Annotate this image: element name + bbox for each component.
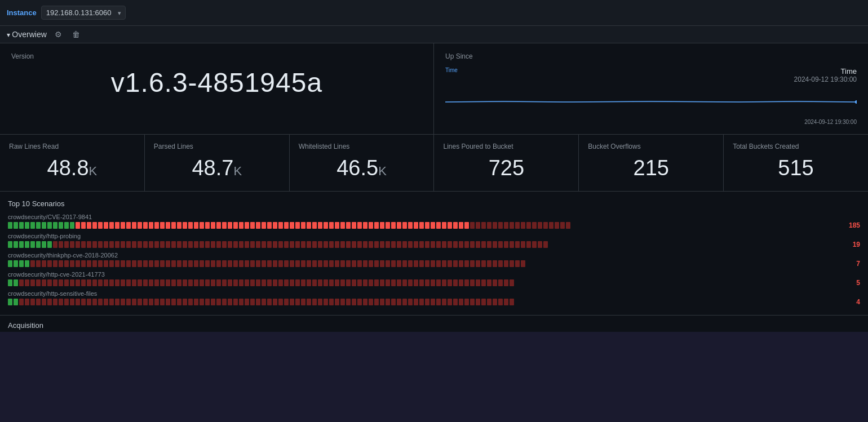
scenario-bar-row: 185	[8, 221, 860, 229]
bar-red-segment	[318, 279, 322, 286]
bar-red-segment	[98, 241, 103, 248]
bar-red-segment	[211, 241, 215, 248]
bar-red-segment	[87, 222, 91, 229]
bar-red-segment	[408, 241, 413, 248]
bar-red-segment	[92, 299, 97, 305]
bar-red-segment	[464, 279, 469, 286]
bar-red-segment	[380, 260, 384, 267]
bar-red-segment	[363, 279, 367, 286]
bar-red-segment	[448, 299, 452, 305]
scenario-bar-container	[8, 241, 841, 248]
bar-red-segment	[295, 241, 300, 248]
bar-red-segment	[92, 222, 97, 229]
bar-red-segment	[25, 299, 29, 305]
stat-value-5: 515	[733, 156, 859, 180]
bar-red-segment	[171, 241, 176, 248]
scenario-name: crowdsecurity/CVE-2017-9841	[8, 214, 860, 220]
bar-red-segment	[233, 241, 238, 248]
bar-red-segment	[115, 222, 119, 229]
bar-red-segment	[459, 299, 463, 305]
bar-red-segment	[59, 241, 63, 248]
bar-red-segment	[538, 241, 542, 248]
bar-red-segment	[538, 222, 542, 229]
bar-red-segment	[301, 299, 305, 305]
bar-green-segment	[14, 279, 18, 286]
time-column-header: Time	[794, 67, 857, 75]
bar-red-segment	[301, 279, 305, 286]
bar-red-segment	[346, 241, 351, 248]
bar-red-segment	[138, 279, 142, 286]
bar-red-segment	[493, 241, 497, 248]
bar-red-segment	[493, 279, 497, 286]
bar-red-segment	[290, 299, 294, 305]
bar-red-segment	[222, 222, 227, 229]
bar-red-segment	[76, 260, 80, 267]
bar-red-segment	[470, 299, 475, 305]
bar-red-segment	[104, 222, 108, 229]
bar-red-segment	[19, 299, 24, 305]
bar-red-segment	[543, 222, 548, 229]
bar-red-segment	[183, 299, 187, 305]
bar-red-segment	[205, 279, 210, 286]
bar-red-segment	[290, 222, 294, 229]
bar-red-segment	[245, 222, 249, 229]
bar-red-segment	[493, 299, 497, 305]
bar-red-segment	[498, 299, 503, 305]
bar-red-segment	[436, 260, 441, 267]
bar-green-segment	[19, 222, 24, 229]
instance-select-wrapper[interactable]: 192.168.0.131:6060	[41, 6, 126, 20]
bar-red-segment	[177, 222, 181, 229]
bar-red-segment	[267, 241, 272, 248]
bar-green-segment	[36, 241, 41, 248]
stat-label-4: Bucket Overflows	[588, 143, 714, 150]
bar-red-segment	[87, 299, 91, 305]
bar-red-segment	[245, 299, 249, 305]
upsince-label: Up Since	[445, 52, 857, 60]
bar-red-segment	[312, 299, 317, 305]
bar-red-segment	[42, 260, 46, 267]
bar-red-segment	[154, 279, 159, 286]
stat-value-4: 215	[588, 156, 714, 180]
settings-button[interactable]: ⚙	[52, 29, 64, 39]
bar-red-segment	[363, 241, 367, 248]
bar-red-segment	[386, 279, 390, 286]
bar-red-segment	[335, 260, 339, 267]
bar-red-segment	[59, 260, 63, 267]
bar-red-segment	[402, 241, 407, 248]
bar-red-segment	[369, 241, 373, 248]
bar-red-segment	[498, 279, 503, 286]
bar-red-segment	[346, 299, 351, 305]
scenarios-title: Top 10 Scenarios	[8, 199, 860, 208]
bar-red-segment	[386, 260, 390, 267]
bar-red-segment	[138, 260, 142, 267]
bar-red-segment	[166, 279, 170, 286]
bar-red-segment	[380, 279, 384, 286]
bar-red-segment	[278, 279, 283, 286]
bar-green-segment	[59, 222, 63, 229]
bar-green-segment	[14, 299, 18, 305]
bar-red-segment	[171, 260, 176, 267]
bar-red-segment	[59, 299, 63, 305]
bar-red-segment	[374, 222, 379, 229]
bar-red-segment	[149, 279, 153, 286]
bar-green-segment	[47, 241, 52, 248]
delete-button[interactable]: 🗑	[70, 29, 82, 39]
bar-red-segment	[222, 299, 227, 305]
bar-red-segment	[205, 222, 210, 229]
bar-red-segment	[352, 222, 356, 229]
bar-red-segment	[160, 299, 165, 305]
bar-red-segment	[278, 241, 283, 248]
bar-red-segment	[256, 260, 260, 267]
scenario-count: 4	[843, 298, 860, 306]
bar-red-segment	[487, 222, 491, 229]
bar-red-segment	[442, 241, 446, 248]
instance-select[interactable]: 192.168.0.131:6060	[41, 6, 126, 20]
bar-red-segment	[431, 222, 435, 229]
bar-red-segment	[188, 299, 193, 305]
bar-red-segment	[448, 260, 452, 267]
bar-red-segment	[532, 222, 537, 229]
bar-red-segment	[470, 241, 475, 248]
bar-red-segment	[329, 260, 334, 267]
bar-red-segment	[278, 299, 283, 305]
bar-red-segment	[504, 299, 508, 305]
